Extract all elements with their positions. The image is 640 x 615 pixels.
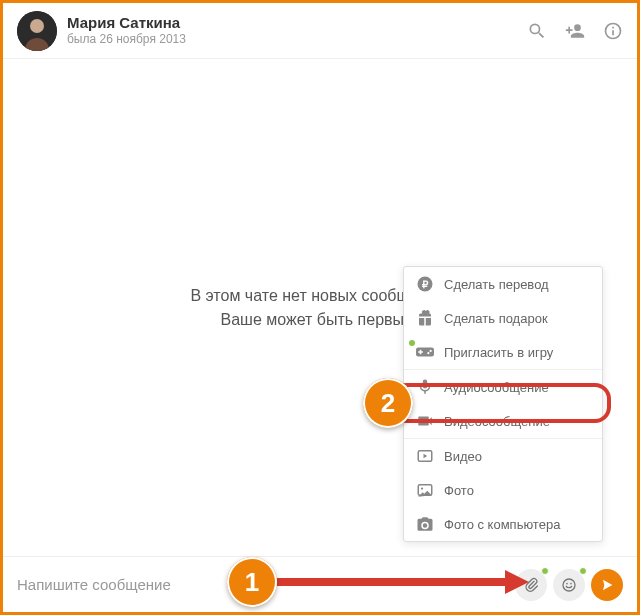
menu-label: Фото с компьютера (444, 517, 560, 532)
empty-state-line2: Ваше может быть первым! (221, 311, 420, 329)
mic-icon (416, 378, 434, 396)
add-person-icon[interactable] (565, 21, 585, 41)
menu-label: Видеосообщение (444, 414, 550, 429)
menu-label: Видео (444, 449, 482, 464)
menu-label: Сделать подарок (444, 311, 548, 326)
video-msg-icon (416, 412, 434, 430)
menu-item-video[interactable]: Видео (404, 439, 602, 473)
menu-item-video-message[interactable]: Видеосообщение (404, 404, 602, 438)
menu-item-transfer[interactable]: ₽ Сделать перевод (404, 267, 602, 301)
svg-text:₽: ₽ (422, 279, 429, 290)
svg-point-11 (570, 582, 572, 584)
menu-label: Аудиосообщение (444, 380, 549, 395)
indicator-dot (579, 567, 587, 575)
svg-point-1 (30, 19, 44, 33)
last-seen: была 26 ноября 2013 (67, 32, 186, 46)
svg-point-10 (566, 582, 568, 584)
menu-item-gift[interactable]: Сделать подарок (404, 301, 602, 335)
send-button[interactable] (591, 569, 623, 601)
search-icon[interactable] (527, 21, 547, 41)
callout-number: 1 (245, 567, 259, 598)
callout-number: 2 (381, 388, 395, 419)
photo-icon (416, 481, 434, 499)
user-name[interactable]: Мария Саткина (67, 14, 186, 32)
user-block: Мария Саткина была 26 ноября 2013 (67, 14, 186, 46)
svg-point-9 (563, 579, 575, 591)
menu-item-photo[interactable]: Фото (404, 473, 602, 507)
callout-step2: 2 (363, 378, 413, 428)
smile-icon (561, 577, 577, 593)
menu-item-photo-from-pc[interactable]: Фото с компьютера (404, 507, 602, 541)
chat-header: Мария Саткина была 26 ноября 2013 (3, 3, 637, 59)
play-icon (416, 447, 434, 465)
menu-label: Фото (444, 483, 474, 498)
attach-menu: ₽ Сделать перевод Сделать подарок Пригла… (403, 266, 603, 542)
header-actions (527, 21, 623, 41)
send-icon (599, 577, 615, 593)
info-icon[interactable] (603, 21, 623, 41)
arrow-icon (277, 568, 529, 596)
menu-item-audio-message[interactable]: Аудиосообщение (404, 370, 602, 404)
gift-icon (416, 309, 434, 327)
menu-label: Сделать перевод (444, 277, 549, 292)
svg-marker-8 (505, 570, 529, 594)
emoji-button[interactable] (553, 569, 585, 601)
chat-window: Мария Саткина была 26 ноября 2013 В этом… (0, 0, 640, 615)
footer-actions (515, 569, 623, 601)
ruble-icon: ₽ (416, 275, 434, 293)
indicator-dot (409, 340, 415, 346)
menu-item-invite-game[interactable]: Пригласить в игру (404, 335, 602, 369)
svg-point-6 (421, 487, 423, 489)
callout-step1: 1 (227, 557, 277, 607)
camera-icon (416, 515, 434, 533)
gamepad-icon (416, 343, 434, 361)
indicator-dot (541, 567, 549, 575)
avatar[interactable] (17, 11, 57, 51)
menu-label: Пригласить в игру (444, 345, 553, 360)
